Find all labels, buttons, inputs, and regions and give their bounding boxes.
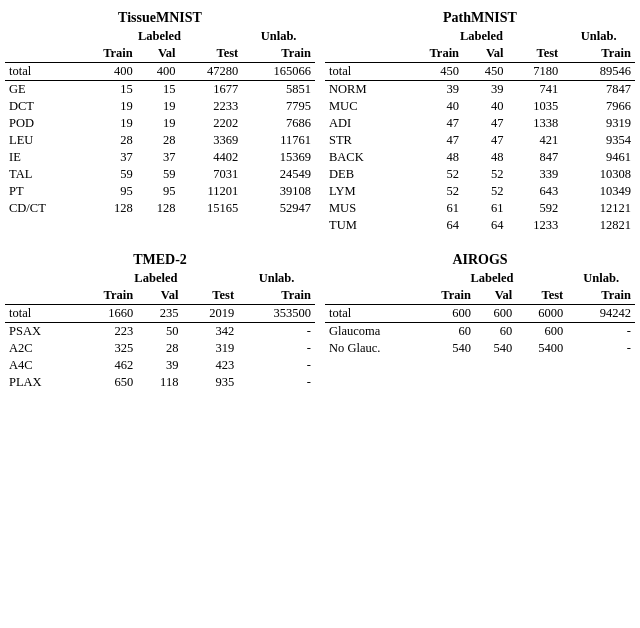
unlabeled-header: Unlab. [242, 28, 315, 45]
total-cell-1: 450 [401, 63, 464, 81]
total-cell-1: 400 [77, 63, 137, 81]
table-row: MUC404010357966 [325, 98, 635, 115]
table-row: A2C32528319- [5, 340, 315, 357]
cell-2-3: 2202 [180, 115, 243, 132]
cell-6-2: 52 [463, 183, 507, 200]
cell-0-1: 60 [417, 323, 475, 341]
cell-1-2: 40 [463, 98, 507, 115]
dataset-block-tmed2: TMED-2LabeledUnlab.TrainValTestTraintota… [5, 252, 315, 391]
dataset-block-airogs: AIROGSLabeledUnlab.TrainValTestTraintota… [325, 252, 635, 391]
total-cell-2: 450 [463, 63, 507, 81]
cell-3-0: PLAX [5, 374, 74, 391]
cell-7-4: 12121 [562, 200, 635, 217]
total-cell-0: total [325, 305, 417, 323]
table-row: IE3737440215369 [5, 149, 315, 166]
cell-3-1: 47 [401, 132, 464, 149]
cell-4-2: 37 [137, 149, 180, 166]
cell-0-4: - [567, 323, 635, 341]
cell-1-3: 319 [182, 340, 238, 357]
cell-2-3: 1338 [507, 115, 562, 132]
col-header-0: Train [401, 45, 464, 63]
cell-5-2: 52 [463, 166, 507, 183]
empty-subheader [5, 287, 74, 305]
cell-2-2: 19 [137, 115, 180, 132]
cell-5-2: 59 [137, 166, 180, 183]
total-cell-4: 165066 [242, 63, 315, 81]
cell-1-4: 7966 [562, 98, 635, 115]
cell-7-2: 61 [463, 200, 507, 217]
cell-0-2: 50 [137, 323, 182, 341]
cell-0-0: PSAX [5, 323, 74, 341]
cell-0-3: 600 [516, 323, 567, 341]
col-header-0: Train [417, 287, 475, 305]
labeled-header: Labeled [74, 270, 238, 287]
table-row: No Glauc.5405405400- [325, 340, 635, 357]
table-row: ADI474713389319 [325, 115, 635, 132]
cell-2-4: 9319 [562, 115, 635, 132]
total-cell-2: 600 [475, 305, 516, 323]
total-cell-2: 400 [137, 63, 180, 81]
cell-0-3: 342 [182, 323, 238, 341]
cell-1-0: A2C [5, 340, 74, 357]
cell-6-4: 10349 [562, 183, 635, 200]
empty-subheader [325, 45, 401, 63]
cell-3-3: 935 [182, 374, 238, 391]
empty-header [325, 270, 417, 287]
cell-3-2: 28 [137, 132, 180, 149]
cell-2-1: 47 [401, 115, 464, 132]
empty-subheader [325, 287, 417, 305]
table-row: CD/CT1281281516552947 [5, 200, 315, 217]
cell-0-3: 741 [507, 81, 562, 99]
cell-6-4: 39108 [242, 183, 315, 200]
unlabeled-header: Unlab. [567, 270, 635, 287]
cell-4-3: 847 [507, 149, 562, 166]
cell-2-0: ADI [325, 115, 401, 132]
cell-6-1: 52 [401, 183, 464, 200]
cell-8-0: TUM [325, 217, 401, 234]
cell-3-1: 650 [74, 374, 138, 391]
cell-7-4: 52947 [242, 200, 315, 217]
cell-0-1: 223 [74, 323, 138, 341]
cell-2-4: 7686 [242, 115, 315, 132]
empty-header [5, 28, 77, 45]
labeled-header: Labeled [401, 28, 563, 45]
empty-header [325, 28, 401, 45]
total-row: total600600600094242 [325, 305, 635, 323]
dataset-title-airogs: AIROGS [325, 252, 635, 268]
col-header-3: Train [238, 287, 315, 305]
cell-0-2: 60 [475, 323, 516, 341]
total-cell-4: 94242 [567, 305, 635, 323]
cell-0-4: 7847 [562, 81, 635, 99]
col-header-3: Train [562, 45, 635, 63]
col-header-2: Test [507, 45, 562, 63]
table-row: LEU2828336911761 [5, 132, 315, 149]
empty-header [5, 270, 74, 287]
table-row: Glaucoma6060600- [325, 323, 635, 341]
total-cell-4: 353500 [238, 305, 315, 323]
cell-2-3: 423 [182, 357, 238, 374]
table-row: PSAX22350342- [5, 323, 315, 341]
cell-0-0: NORM [325, 81, 401, 99]
unlabeled-header: Unlab. [238, 270, 315, 287]
cell-4-3: 4402 [180, 149, 243, 166]
cell-5-4: 10308 [562, 166, 635, 183]
cell-3-0: LEU [5, 132, 77, 149]
cell-5-1: 59 [77, 166, 137, 183]
cell-1-0: DCT [5, 98, 77, 115]
cell-6-0: PT [5, 183, 77, 200]
total-cell-2: 235 [137, 305, 182, 323]
cell-5-1: 52 [401, 166, 464, 183]
labeled-header: Labeled [417, 270, 568, 287]
cell-4-1: 48 [401, 149, 464, 166]
total-cell-3: 2019 [182, 305, 238, 323]
cell-1-3: 2233 [180, 98, 243, 115]
labeled-header: Labeled [77, 28, 243, 45]
cell-4-4: 15369 [242, 149, 315, 166]
cell-3-3: 421 [507, 132, 562, 149]
cell-4-0: BACK [325, 149, 401, 166]
total-cell-1: 1660 [74, 305, 138, 323]
total-cell-3: 6000 [516, 305, 567, 323]
table-row: DEB525233910308 [325, 166, 635, 183]
cell-7-1: 128 [77, 200, 137, 217]
cell-1-1: 325 [74, 340, 138, 357]
